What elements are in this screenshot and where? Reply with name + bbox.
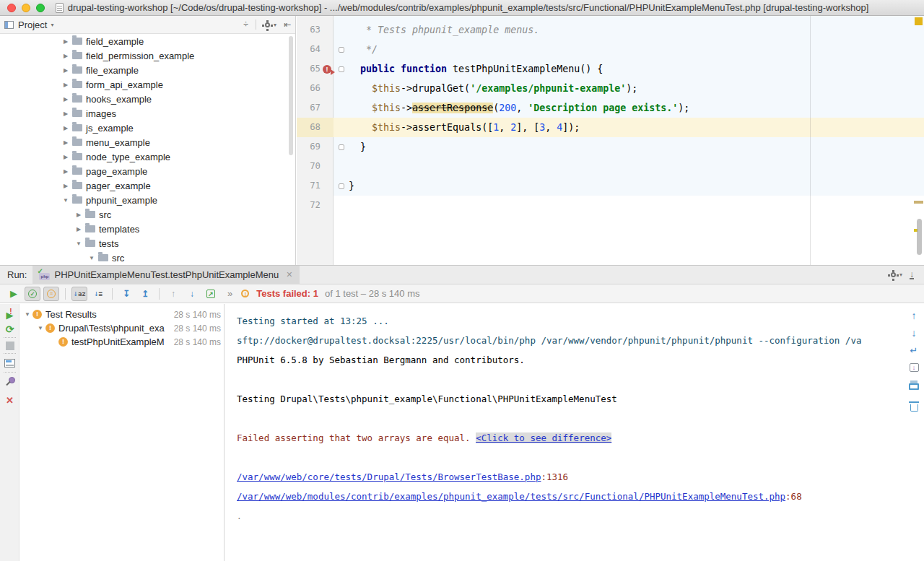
code-text[interactable]: */ [349,40,924,59]
code-text[interactable] [349,157,924,176]
project-tree-item[interactable]: ▶js_example [0,121,295,135]
project-tree-item[interactable]: ▶images [0,106,295,121]
show-passed-toggle[interactable]: ✓ [25,287,40,301]
code-text[interactable]: } [349,176,924,196]
project-tree-item[interactable]: ▶node_type_example [0,149,295,164]
hide-panel-icon[interactable]: ↓ [910,271,914,279]
code-editor[interactable]: 63 * Tests phpunit_example menus.64 */65… [297,16,924,265]
console-line [237,370,904,389]
project-tree-item[interactable]: ▶menu_example [0,135,295,149]
chevron-down-icon[interactable]: ▼ [61,197,71,204]
scroll-to-bottom-button[interactable]: ↓ [904,327,924,339]
console-link[interactable]: <Click to see difference> [476,432,611,443]
next-failed-test-button[interactable]: ↓ [184,287,200,301]
chevron-right-icon[interactable]: ▶ [61,154,71,160]
export-test-results-button[interactable]: ↗ [203,287,219,301]
rerun-button[interactable]: ▶ [6,287,22,301]
project-tree-item[interactable]: ▶form_api_example [0,77,295,92]
sort-alphabetically-toggle[interactable]: ↓az [71,287,87,301]
code-text[interactable]: public function testPhpUnitExampleMenu()… [349,59,924,79]
code-text[interactable]: $this->assertEquals([1, 2], [3, 4]); [349,118,924,137]
project-tree-item[interactable]: ▼src [0,251,295,265]
project-tree-item[interactable]: ▶field_example [0,34,295,48]
project-tree-item[interactable]: ▶templates [0,222,295,236]
test-tree-item[interactable]: ▼!Drupal\Tests\phpunit_exa28 s 140 ms [19,321,224,335]
code-text[interactable] [349,196,924,215]
restore-layout-button[interactable] [0,357,19,370]
chevron-right-icon[interactable]: ▶ [61,183,71,189]
scroll-to-end-button[interactable]: ↓ [904,363,924,372]
test-console[interactable]: Testing started at 13:25 ...sftp://docke… [225,304,904,561]
gear-icon[interactable] [265,22,270,27]
window-controls[interactable] [7,4,45,12]
code-text[interactable]: $this->assertResponse(200, 'Description … [349,98,924,118]
project-panel-title[interactable]: Project [18,19,47,30]
expand-all-button[interactable]: ↧ [118,287,134,301]
editor-scrollbar-thumb[interactable] [917,219,922,255]
chevron-right-icon[interactable]: ▶ [61,82,71,88]
close-button[interactable]: ✕ [0,393,19,406]
project-scrollbar-thumb[interactable] [289,36,293,155]
project-tree-item[interactable]: ▶page_example [0,164,295,178]
more-actions-icon[interactable]: » [227,288,232,299]
fold-marker-icon[interactable] [339,47,344,53]
failed-test-run-icon[interactable] [323,65,331,74]
previous-failed-test-button[interactable]: ↑ [165,287,181,301]
toggle-auto-test-button[interactable]: ⟳ [0,323,19,336]
scroll-from-source-icon[interactable]: ÷ [243,20,248,29]
close-window-button[interactable] [7,4,16,12]
chevron-right-icon[interactable]: ▶ [61,139,71,146]
chevron-right-icon[interactable]: ▶ [61,53,71,59]
error-stripe-indicator[interactable] [915,17,923,25]
project-tree-item[interactable]: ▶field_permission_example [0,48,295,63]
code-text[interactable]: } [349,137,924,157]
fold-marker-icon[interactable] [339,66,344,72]
chevron-right-icon[interactable]: ▶ [61,125,71,131]
project-tree-item[interactable]: ▶hooks_example [0,92,295,106]
minimize-window-button[interactable] [22,4,30,12]
console-link[interactable]: /var/www/web/core/tests/Drupal/Tests/Bro… [237,471,541,482]
project-tree-item[interactable]: ▶pager_example [0,178,295,193]
gear-icon[interactable] [891,272,896,277]
project-tree-item[interactable]: ▶file_example [0,63,295,77]
chevron-right-icon[interactable]: ▶ [61,67,71,74]
fold-marker-icon[interactable] [339,183,344,189]
sort-by-duration-toggle[interactable]: ↓≡ [90,287,106,301]
chevron-right-icon[interactable]: ▶ [61,96,71,103]
chevron-down-icon[interactable]: ▾ [51,22,53,28]
chevron-down-icon[interactable]: ▼ [35,325,45,331]
show-ignored-toggle[interactable]: ≡ [43,287,59,301]
code-text[interactable]: * Tests phpunit_example menus. [349,20,924,40]
project-tree-item[interactable]: ▼phpunit_example [0,193,295,207]
zoom-window-button[interactable] [36,4,45,12]
chevron-down-icon[interactable]: ▼ [74,240,84,247]
close-icon[interactable]: ✕ [286,270,292,279]
console-link[interactable]: /var/www/web/modules/contrib/examples/ph… [237,491,785,502]
chevron-down-icon[interactable]: ▾ [899,271,902,278]
test-tree-item[interactable]: ▶!testPhpUnitExampleM28 s 140 ms [19,335,224,349]
stripe-mark-warning[interactable] [914,201,923,204]
chevron-down-icon[interactable]: ▼ [87,255,97,261]
project-tree-item[interactable]: ▼tests [0,236,295,251]
rerun-failed-tests-button[interactable]: ▶ [0,308,19,321]
hide-panel-icon[interactable]: ⇤ [284,20,291,29]
project-tree-item[interactable]: ▶src [0,207,295,222]
pin-tab-button[interactable] [0,376,19,390]
run-configuration-tab[interactable]: php✓ PHPUnitExampleMenuTest.testPhpUnitE… [32,266,300,284]
code-text[interactable]: $this->drupalGet('/examples/phpunit-exam… [349,79,924,98]
chevron-right-icon[interactable]: ▶ [61,110,71,117]
chevron-right-icon[interactable]: ▶ [61,168,71,175]
chevron-right-icon[interactable]: ▶ [74,212,84,218]
clear-console-button[interactable] [904,401,924,412]
scroll-to-top-button[interactable]: ↑ [904,310,924,321]
collapse-all-button[interactable]: ↥ [137,287,153,301]
chevron-down-icon[interactable]: ▼ [22,311,32,318]
test-tree-item[interactable]: ▼!Test Results28 s 140 ms [19,308,224,321]
print-button[interactable] [904,380,924,390]
fold-marker-icon[interactable] [339,144,344,150]
chevron-down-icon[interactable]: ▾ [274,22,276,28]
chevron-right-icon[interactable]: ▶ [74,226,84,232]
soft-wrap-toggle[interactable]: ↵ [904,345,924,356]
stop-button[interactable] [0,340,19,353]
chevron-right-icon[interactable]: ▶ [61,38,71,45]
